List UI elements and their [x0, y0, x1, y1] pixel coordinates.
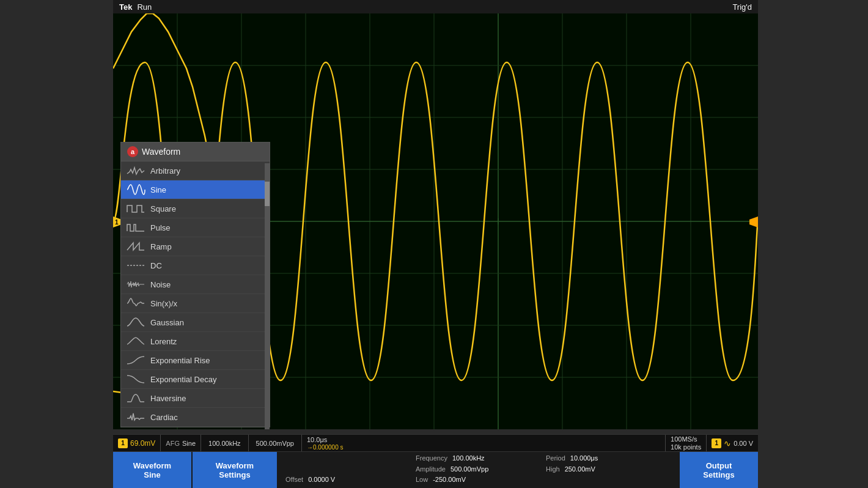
waveform-label-cardiac: Cardiac: [150, 413, 178, 422]
waveform-settings-btn[interactable]: Waveform Settings: [193, 452, 278, 488]
brand-logo: Tek: [119, 2, 132, 12]
waveform-dropdown: a Waveform Arbitrary Sine Squ: [120, 142, 270, 427]
offset-val: 0.0000 V: [308, 476, 335, 486]
freq-label: Frequency: [416, 454, 447, 464]
func-bar: Waveform Sine Waveform Settings Frequenc…: [113, 451, 758, 488]
waveform-item-lorentz[interactable]: Lorentz: [121, 332, 270, 351]
ch1-volt-bottom: 69.0mV: [130, 439, 155, 448]
points-bottom: 10k points: [671, 443, 701, 451]
out-sine-sym: ∿: [724, 438, 731, 448]
bottom-status-bar: 1 69.0mV AFG Sine 100.00kHz 500.00mVpp 1…: [113, 434, 758, 451]
amp-val: 500.00mVpp: [451, 465, 488, 475]
waveform-item-sine[interactable]: Sine: [121, 180, 270, 199]
waveform-item-haversine[interactable]: Haversine: [121, 389, 270, 408]
waveform-item-exp-rise[interactable]: Exponential Rise: [121, 351, 270, 370]
waveform-item-ramp[interactable]: Ramp: [121, 237, 270, 256]
high-val: 250.00mV: [565, 465, 595, 475]
dropdown-header-title: Waveform: [142, 147, 180, 157]
out-ch-badge: 1: [712, 438, 721, 448]
high-label: High: [546, 465, 560, 475]
waveform-item-exp-decay[interactable]: Exponential Decay: [121, 370, 270, 389]
freq-bottom: 100.00kHz: [208, 440, 241, 447]
dropdown-scrollbar[interactable]: [265, 163, 270, 429]
func-info-freq: Frequency 100.00kHz: [416, 454, 541, 464]
top-bar: Tek Run Trig'd: [113, 0, 758, 13]
output-settings-btn[interactable]: Output Settings: [679, 452, 758, 488]
amp-label: Amplitude: [416, 465, 446, 475]
waveform-label-arbitrary: Arbitrary: [150, 166, 180, 176]
low-label: Low: [416, 476, 428, 486]
waveform-settings-btn-label: Waveform Settings: [216, 461, 254, 479]
func-info-high: High 250.00mV: [546, 465, 671, 475]
trig-right-marker: [747, 216, 758, 227]
waveform-label-haversine: Haversine: [150, 394, 186, 403]
waveform-label-gaussian: Gaussian: [150, 318, 184, 327]
func-info-spare: [285, 454, 411, 475]
period-val: 10.000μs: [570, 454, 598, 464]
waveform-label-exp-rise: Exponential Rise: [150, 356, 210, 365]
func-info-low: Low -250.00mV: [416, 476, 541, 486]
scope-screen: 1 a Waveform Arbitrary: [113, 13, 758, 429]
left-panel: [0, 0, 113, 488]
svg-marker-19: [749, 216, 758, 227]
waveform-label-sinx: Sin(x)/x: [150, 299, 177, 308]
waveform-label-dc: DC: [150, 261, 162, 270]
waveform-label-pulse: Pulse: [150, 223, 171, 232]
freq-val: 100.00kHz: [452, 454, 485, 464]
offset-label: Offset: [285, 476, 303, 486]
samplerate-bottom: 100MS/s: [671, 435, 701, 443]
low-val: -250.00mV: [433, 476, 466, 486]
waveform-label-lorentz: Lorentz: [150, 337, 177, 346]
oscilloscope-frame: Tek Run Trig'd: [0, 0, 868, 488]
waveform-item-noise[interactable]: Noise: [121, 275, 270, 294]
waveform-item-square[interactable]: Square: [121, 199, 270, 218]
ch1-badge-bottom: 1: [118, 438, 128, 448]
waveform-label-square: Square: [150, 204, 176, 213]
timediv-bottom: 10.0μs: [307, 436, 344, 443]
func-info-amplitude: Amplitude 500.00mVpp: [416, 465, 541, 475]
svg-text:1: 1: [115, 219, 119, 226]
timeoffset-bottom: →0.000000 s: [307, 444, 344, 451]
dropdown-header: a Waveform: [121, 142, 270, 161]
out-volt: 0.00 V: [734, 440, 753, 447]
waveform-label-ramp: Ramp: [150, 242, 172, 251]
waveform-label-exp-decay: Exponential Decay: [150, 375, 216, 384]
dropdown-scrollbar-thumb[interactable]: [265, 182, 270, 206]
waveform-btn-label: Waveform Sine: [133, 461, 171, 479]
period-label: Period: [546, 454, 565, 464]
func-info-period: Period 10.000μs: [546, 454, 671, 464]
func-info-panel: Frequency 100.00kHz Period 10.000μs Ampl…: [278, 452, 679, 488]
run-status: Run: [137, 2, 152, 12]
amp-bottom: 500.00mVpp: [256, 440, 294, 447]
waveform-item-cardiac[interactable]: Cardiac: [121, 408, 270, 427]
trig-status: Trig'd: [732, 2, 752, 12]
right-panel: [755, 0, 868, 488]
dropdown-header-icon: a: [127, 146, 138, 157]
afg-bottom-type: Sine: [182, 440, 196, 447]
output-settings-btn-label: Output Settings: [703, 461, 734, 479]
afg-bottom-label: AFG: [166, 440, 180, 447]
waveform-item-arbitrary[interactable]: Arbitrary: [121, 161, 270, 180]
waveform-item-pulse[interactable]: Pulse: [121, 218, 270, 237]
waveform-item-sinx[interactable]: Sin(x)/x: [121, 294, 270, 313]
waveform-btn[interactable]: Waveform Sine: [113, 452, 193, 488]
func-info-offset: Offset 0.0000 V: [285, 476, 411, 486]
waveform-item-gaussian[interactable]: Gaussian: [121, 313, 270, 332]
waveform-label-noise: Noise: [150, 280, 171, 289]
waveform-item-dc[interactable]: DC: [121, 256, 270, 275]
waveform-label-sine: Sine: [150, 185, 166, 194]
